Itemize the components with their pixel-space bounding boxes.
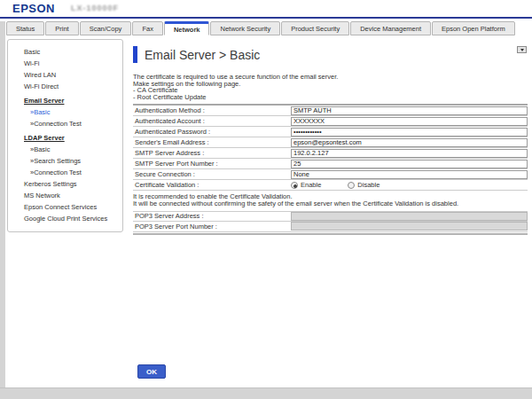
tab-print[interactable]: Print	[45, 21, 78, 35]
enable-label: Enable	[301, 181, 321, 189]
tab-device-management[interactable]: Device Management	[350, 21, 431, 35]
row-sender-email: Sender's Email Address :	[133, 137, 528, 148]
tab-epson-open-platform[interactable]: Epson Open Platform	[432, 21, 515, 35]
authenticated-account-label: Authenticated Account :	[133, 117, 291, 125]
sidebar-section-ldap-server[interactable]: LDAP Server	[8, 132, 122, 144]
footer-bar	[0, 387, 532, 399]
settings-form: Authentication Method : SMTP AUTH Authen…	[133, 104, 528, 235]
pop3-server-port-input	[291, 222, 528, 231]
smtp-server-address-label: SMTP Server Address :	[133, 149, 291, 157]
pop3-server-address-input	[291, 212, 528, 221]
tab-product-security[interactable]: Product Security	[281, 21, 349, 35]
sidebar-item-google-cloud-print-services[interactable]: Google Cloud Print Services	[8, 213, 122, 224]
header-divider	[0, 17, 532, 19]
tab-status[interactable]: Status	[6, 21, 44, 35]
page-title-row: Email Server > Basic	[133, 46, 528, 63]
left-gutter	[0, 21, 5, 399]
model-name: LX-10000F	[71, 4, 119, 12]
row-certificate-validation: Certificate Validation : Enable Disable	[133, 180, 528, 191]
sidebar-item-ldap-connection-test[interactable]: »Connection Test	[8, 167, 122, 178]
secure-connection-select[interactable]: None	[291, 170, 528, 179]
row-authentication-method: Authentication Method : SMTP AUTH	[133, 106, 528, 116]
authentication-method-select[interactable]: SMTP AUTH	[291, 106, 528, 115]
sidebar-nav: Basic Wi-Fi Wired LAN Wi-Fi Direct Email…	[7, 39, 123, 232]
sender-email-input[interactable]	[291, 138, 528, 147]
secure-connection-label: Secure Connection :	[133, 170, 291, 178]
sidebar-item-ldap-search-settings[interactable]: »Search Settings	[8, 155, 122, 167]
sidebar-item-ms-network[interactable]: MS Network	[8, 190, 122, 201]
certificate-validation-disable[interactable]: Disable	[348, 181, 379, 189]
page: EPSON LX-10000F Status Print Scan/Copy F…	[0, 0, 532, 399]
sidebar-item-basic[interactable]: Basic	[8, 46, 122, 58]
tab-scan-copy[interactable]: Scan/Copy	[80, 21, 132, 35]
sidebar-section-email-server[interactable]: Email Server	[8, 95, 122, 106]
row-authenticated-password: Authenticated Password :	[133, 127, 528, 137]
title-accent-bar	[133, 46, 137, 63]
ok-button[interactable]: OK	[137, 364, 166, 379]
authenticated-password-input[interactable]	[291, 128, 528, 137]
intro-line: - Root Certificate Update	[133, 94, 528, 101]
pop3-server-port-label: POP3 Server Port Number :	[133, 223, 291, 231]
sidebar-item-ldap-basic[interactable]: »Basic	[8, 144, 122, 155]
row-authenticated-account: Authenticated Account :	[133, 116, 528, 127]
tab-network-security[interactable]: Network Security	[210, 21, 280, 35]
smtp-server-address-input[interactable]	[291, 149, 528, 158]
certificate-validation-enable[interactable]: Enable	[291, 181, 321, 189]
smtp-server-port-label: SMTP Server Port Number :	[133, 160, 291, 168]
disable-label: Disable	[357, 181, 379, 189]
chevron-down-icon[interactable]	[517, 46, 527, 53]
tab-fax[interactable]: Fax	[132, 21, 163, 35]
authenticated-password-label: Authenticated Password :	[133, 128, 291, 136]
intro-line: Make settings on the following page.	[133, 81, 528, 88]
epson-logo: EPSON	[12, 2, 55, 15]
row-pop3-server-port: POP3 Server Port Number :	[133, 222, 528, 232]
certificate-validation-note: It is recommended to enable the Certific…	[133, 191, 528, 211]
authentication-method-label: Authentication Method :	[133, 106, 291, 114]
authenticated-account-input[interactable]	[291, 117, 528, 126]
radio-enable-icon[interactable]	[291, 182, 298, 189]
smtp-server-port-input[interactable]	[291, 160, 528, 168]
sidebar-item-wifi-direct[interactable]: Wi-Fi Direct	[8, 81, 122, 92]
sidebar-item-wifi[interactable]: Wi-Fi	[8, 58, 122, 69]
sidebar-item-kerberos-settings[interactable]: Kerberos Settings	[8, 178, 122, 190]
sidebar-item-epson-connect-services[interactable]: Epson Connect Services	[8, 201, 122, 213]
tab-network[interactable]: Network	[164, 21, 210, 35]
table-bottom-divider	[133, 232, 528, 235]
sidebar-item-wired-lan[interactable]: Wired LAN	[8, 69, 122, 81]
tab-bar: Status Print Scan/Copy Fax Network Netwo…	[6, 21, 515, 35]
sidebar-item-email-server-connection-test[interactable]: »Connection Test	[8, 118, 122, 129]
row-pop3-server-address: POP3 Server Address :	[133, 211, 528, 222]
note-line: It will be connected without confirming …	[133, 200, 528, 207]
row-secure-connection: Secure Connection : None	[133, 169, 528, 180]
radio-disable-icon[interactable]	[348, 182, 355, 189]
main-content: Email Server > Basic The certificate is …	[133, 46, 528, 235]
sidebar-item-email-server-basic[interactable]: »Basic	[8, 106, 122, 118]
intro-text: The certificate is required to use a sec…	[133, 74, 528, 100]
row-smtp-server-address: SMTP Server Address :	[133, 148, 528, 159]
pop3-server-address-label: POP3 Server Address :	[133, 212, 291, 220]
certificate-validation-label: Certificate Validation :	[133, 181, 291, 189]
certificate-validation-radios: Enable Disable	[291, 181, 406, 189]
header: EPSON LX-10000F	[0, 0, 532, 17]
row-smtp-server-port: SMTP Server Port Number :	[133, 159, 528, 169]
page-title: Email Server > Basic	[145, 48, 260, 62]
sender-email-label: Sender's Email Address :	[133, 138, 291, 146]
